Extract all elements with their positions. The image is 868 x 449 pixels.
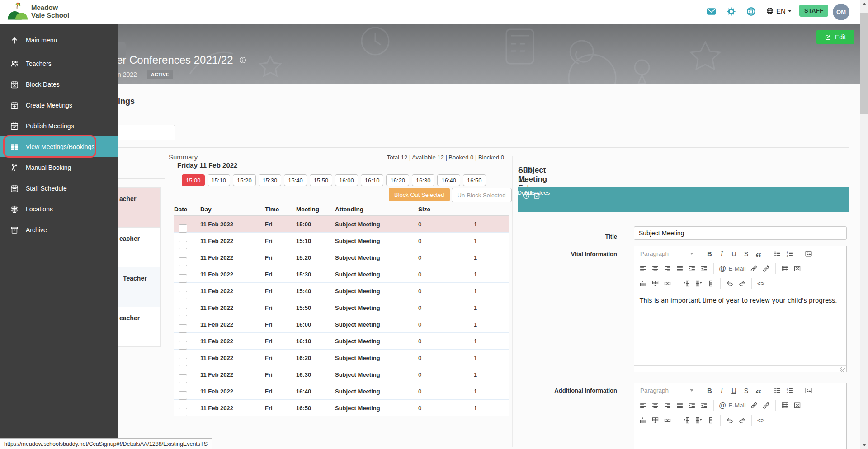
strikethrough-button[interactable]: S (740, 385, 752, 396)
blockquote-button[interactable]: “ (752, 385, 764, 396)
delete-table-button[interactable] (791, 263, 803, 274)
settings-gear-icon[interactable] (726, 6, 736, 17)
row-checkbox[interactable] (179, 224, 187, 233)
insert-col-after-button[interactable] (693, 278, 705, 289)
time-slot-chip[interactable]: 16:20 (386, 174, 409, 186)
align-justify-button[interactable] (674, 400, 686, 411)
messages-icon[interactable] (706, 6, 717, 17)
row-checkbox[interactable] (179, 391, 187, 400)
align-right-button[interactable] (661, 400, 674, 411)
align-center-button[interactable] (649, 263, 661, 274)
insert-row-below-button[interactable] (649, 278, 661, 289)
vital-information-content[interactable]: This is an important time of year to rev… (634, 291, 846, 365)
meeting-row[interactable]: 11 Feb 2022 Fri 16:50 Subject Meeting 0 … (174, 400, 509, 416)
meeting-row[interactable]: 11 Feb 2022 Fri 16:20 Subject Meeting 0 … (174, 350, 509, 366)
time-slot-chip[interactable]: 16:40 (437, 174, 460, 186)
code-button[interactable]: <> (755, 278, 767, 289)
time-slot-chip[interactable]: 15:40 (284, 174, 307, 186)
delete-col-button[interactable] (705, 278, 717, 289)
numbered-list-button[interactable] (783, 248, 796, 259)
scroll-up-button[interactable] (860, 0, 868, 8)
meeting-row[interactable]: 11 Feb 2022 Fri 15:40 Subject Meeting 0 … (174, 283, 509, 299)
align-justify-button[interactable] (674, 263, 686, 274)
language-selector[interactable]: EN (766, 7, 792, 15)
time-slot-chip[interactable]: 16:50 (463, 174, 486, 186)
row-checkbox[interactable] (179, 324, 187, 333)
insert-col-after-button[interactable] (693, 415, 705, 426)
row-checkbox[interactable] (179, 374, 187, 383)
avatar[interactable]: OM (833, 4, 849, 20)
bold-button[interactable]: B (703, 385, 716, 396)
redo-button[interactable] (736, 278, 748, 289)
numbered-list-button[interactable] (783, 385, 796, 396)
time-slot-chip[interactable]: 15:20 (233, 174, 256, 186)
row-checkbox[interactable] (179, 257, 187, 266)
delete-table-button[interactable] (791, 400, 803, 411)
sidebar-item-view-meetings-bookings[interactable]: View Meetings/Bookings (0, 136, 118, 157)
time-slot-chip[interactable]: 15:00 (182, 174, 205, 186)
paragraph-select[interactable]: Paragraph (637, 250, 697, 257)
link-button[interactable] (748, 400, 760, 411)
insert-row-above-button[interactable] (637, 278, 649, 289)
meeting-row[interactable]: 11 Feb 2022 Fri 15:10 Subject Meeting 0 … (174, 233, 509, 249)
meeting-row[interactable]: 11 Feb 2022 Fri 16:40 Subject Meeting 0 … (174, 383, 509, 400)
time-slot-chip[interactable]: 16:30 (412, 174, 435, 186)
time-slot-chip[interactable]: 15:10 (208, 174, 231, 186)
paragraph-select[interactable]: Paragraph (637, 387, 697, 394)
sidebar-item-main-menu[interactable]: Main menu (0, 30, 118, 51)
align-left-button[interactable] (637, 263, 649, 274)
align-left-button[interactable] (637, 400, 649, 411)
resize-handle-icon[interactable] (840, 367, 845, 372)
row-checkbox[interactable] (179, 408, 187, 416)
email-button[interactable]: @E-Mail (717, 263, 748, 274)
delete-col-button[interactable] (705, 415, 717, 426)
teacher-filter-input[interactable] (108, 125, 175, 140)
time-slot-chip[interactable]: 15:50 (310, 174, 333, 186)
role-badge[interactable]: STAFF (799, 5, 828, 17)
undo-button[interactable] (724, 278, 736, 289)
school-logo[interactable]: Meadow Vale School (7, 2, 69, 20)
row-checkbox[interactable] (179, 308, 187, 316)
align-right-button[interactable] (661, 263, 674, 274)
underline-button[interactable]: U (728, 385, 740, 396)
row-checkbox[interactable] (179, 341, 187, 350)
sidebar-item-teachers[interactable]: Teachers (0, 53, 118, 74)
italic-button[interactable]: I (716, 385, 728, 396)
insert-col-before-button[interactable] (680, 278, 693, 289)
time-slot-chip[interactable]: 15:30 (259, 174, 282, 186)
indent-button[interactable] (686, 263, 698, 274)
sidebar-item-publish-meetings[interactable]: Publish Meetings (0, 116, 118, 136)
meeting-row[interactable]: 11 Feb 2022 Fri 16:00 Subject Meeting 0 … (174, 316, 509, 333)
meeting-row[interactable]: 11 Feb 2022 Fri 15:50 Subject Meeting 0 … (174, 299, 509, 316)
help-lifering-icon[interactable] (746, 6, 756, 17)
additional-information-content[interactable] (634, 428, 846, 449)
insert-row-below-button[interactable] (649, 415, 661, 426)
row-checkbox[interactable] (179, 358, 187, 366)
row-checkbox[interactable] (179, 291, 187, 299)
time-slot-chip[interactable]: 16:10 (361, 174, 384, 186)
teacher-card[interactable]: eacher (116, 228, 160, 267)
edit-button[interactable]: Edit (816, 30, 854, 44)
code-button[interactable]: <> (755, 415, 767, 426)
blockquote-button[interactable]: “ (752, 248, 764, 259)
block-out-selected-button[interactable]: Block Out Selected (389, 188, 450, 201)
insert-table-button[interactable] (779, 263, 791, 274)
bullet-list-button[interactable] (771, 248, 783, 259)
insert-image-button[interactable] (802, 248, 815, 259)
sidebar-item-manual-booking[interactable]: Manual Booking (0, 157, 118, 178)
teacher-card[interactable]: Teacher (116, 267, 160, 307)
vertical-scrollbar[interactable] (860, 0, 868, 449)
title-input[interactable]: Subject Meeting (634, 226, 847, 240)
underline-button[interactable]: U (728, 248, 740, 259)
insert-table-button[interactable] (779, 400, 791, 411)
bold-button[interactable]: B (703, 248, 716, 259)
outdent-button[interactable] (698, 400, 710, 411)
teacher-card[interactable]: eacher (116, 307, 160, 346)
meeting-row[interactable]: 11 Feb 2022 Fri 15:30 Subject Meeting 0 … (174, 266, 509, 283)
unlink-button[interactable] (760, 263, 772, 274)
delete-row-button[interactable] (661, 415, 674, 426)
time-slot-chip[interactable]: 16:00 (335, 174, 358, 186)
unblock-selected-button[interactable]: Un-Block Selected (452, 188, 512, 202)
insert-row-above-button[interactable] (637, 415, 649, 426)
meeting-row[interactable]: 11 Feb 2022 Fri 15:00 Subject Meeting 0 … (174, 216, 509, 233)
